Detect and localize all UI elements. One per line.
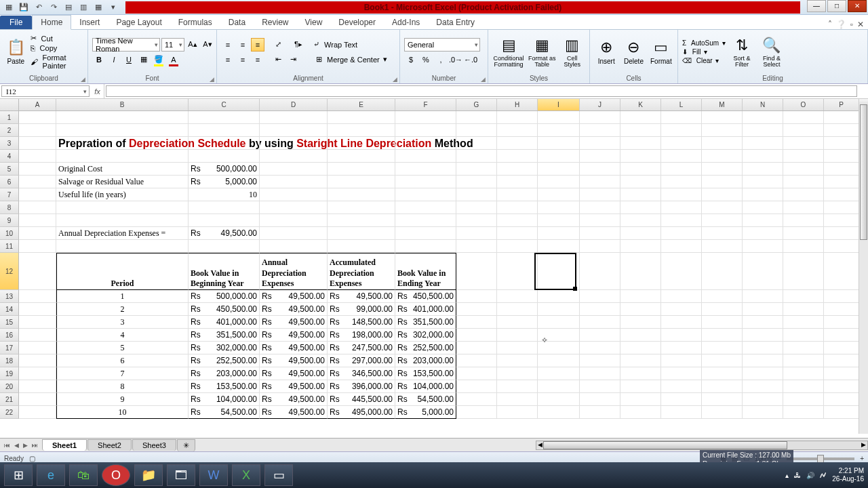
cell[interactable] — [661, 240, 702, 253]
cell[interactable]: Rs5,000.00 — [395, 406, 456, 419]
cell[interactable] — [497, 367, 538, 380]
cell[interactable] — [743, 137, 783, 150]
cell[interactable] — [620, 303, 661, 316]
accounting-format-icon[interactable]: $ — [404, 53, 418, 66]
col-header[interactable]: E — [328, 99, 395, 110]
cell[interactable] — [783, 137, 824, 150]
underline-button[interactable]: U — [122, 53, 136, 66]
cell[interactable] — [260, 227, 328, 240]
cell[interactable] — [620, 150, 661, 163]
cell[interactable]: Rs351,500.00 — [395, 316, 456, 329]
comma-format-icon[interactable]: , — [434, 53, 448, 66]
cell[interactable] — [661, 111, 702, 124]
tab-home[interactable]: Home — [32, 15, 71, 30]
cell[interactable]: Rs153,500.00 — [189, 380, 260, 393]
cell[interactable] — [743, 188, 783, 201]
cell[interactable] — [824, 163, 859, 176]
cell[interactable] — [620, 111, 661, 124]
cell[interactable]: Rs49,500.00 — [260, 290, 328, 303]
app-icon[interactable]: ▭ — [264, 464, 293, 486]
cell[interactable]: Rs297,000.00 — [328, 354, 395, 367]
italic-button[interactable]: I — [107, 53, 121, 66]
cell[interactable] — [824, 380, 859, 393]
cell[interactable] — [497, 201, 538, 214]
cell[interactable] — [580, 201, 620, 214]
cell[interactable] — [497, 188, 538, 201]
cell[interactable]: Rs302,000.00 — [395, 329, 456, 342]
cell[interactable]: Accumulated Depreciation Expenses — [328, 253, 395, 290]
decrease-decimal-icon[interactable]: ←.0 — [464, 53, 477, 66]
text-direction-icon[interactable]: ¶▸ — [292, 38, 305, 52]
cell[interactable] — [456, 393, 497, 406]
cell[interactable] — [661, 406, 702, 419]
row-header[interactable]: 4 — [0, 150, 19, 163]
cell[interactable]: Rs252,500.00 — [189, 354, 260, 367]
row-header[interactable]: 3 — [0, 137, 19, 150]
cell[interactable] — [580, 354, 620, 367]
cell[interactable] — [56, 214, 189, 227]
cell[interactable] — [456, 316, 497, 329]
cell[interactable] — [189, 111, 260, 124]
align-middle-icon[interactable]: ≡ — [236, 38, 250, 52]
paste-button[interactable]: 📋Paste — [4, 32, 28, 73]
cell[interactable] — [580, 111, 620, 124]
horizontal-scrollbar[interactable]: ◀▶ — [536, 441, 868, 450]
cell[interactable] — [620, 124, 661, 137]
sheet-nav-last-icon[interactable]: ⏭ — [31, 442, 39, 449]
cell[interactable] — [19, 240, 56, 253]
cell[interactable]: Rs49,500.00 — [260, 380, 328, 393]
cell[interactable] — [580, 163, 620, 176]
cell[interactable] — [56, 240, 189, 253]
battery-icon[interactable]: 🗲 — [820, 472, 827, 479]
cell[interactable] — [456, 329, 497, 342]
new-sheet-button[interactable]: ✳ — [177, 439, 195, 451]
cell[interactable] — [497, 303, 538, 316]
col-header[interactable]: B — [56, 99, 189, 110]
col-header[interactable]: G — [456, 99, 497, 110]
row-header[interactable]: 22 — [0, 406, 19, 419]
cell[interactable] — [580, 367, 620, 380]
cell[interactable] — [620, 201, 661, 214]
minimize-button[interactable]: — — [807, 0, 826, 12]
cell[interactable] — [743, 176, 783, 188]
cell[interactable] — [702, 342, 743, 354]
cell[interactable] — [702, 176, 743, 188]
cell[interactable]: Rs203,000.00 — [395, 354, 456, 367]
cell[interactable] — [824, 303, 859, 316]
sort-filter-button[interactable]: ⇅Sort & Filter — [728, 32, 755, 73]
cell[interactable] — [19, 214, 56, 227]
cell[interactable] — [620, 240, 661, 253]
cell[interactable]: Rs500,000.00 — [189, 290, 260, 303]
cell[interactable]: 4 — [56, 329, 189, 342]
orientation-icon[interactable]: ⤢ — [271, 38, 285, 52]
fx-icon[interactable]: fx — [91, 84, 104, 98]
spreadsheet-grid[interactable]: A B C D E F G H I J K L M N O P 123Prepr… — [0, 99, 868, 438]
cell[interactable] — [189, 201, 260, 214]
col-header[interactable]: J — [580, 99, 620, 110]
bold-button[interactable]: B — [92, 53, 106, 66]
redo-icon[interactable]: ↷ — [47, 1, 60, 14]
cell[interactable]: 8 — [56, 380, 189, 393]
cell[interactable] — [328, 150, 395, 163]
cell[interactable] — [580, 227, 620, 240]
autosum-button[interactable]: Σ AutoSum ▾ — [682, 39, 726, 47]
word-icon[interactable]: W — [199, 464, 228, 486]
font-size-combo[interactable]: 11 — [161, 38, 184, 52]
fill-color-button[interactable]: 🪣 — [152, 53, 165, 66]
cell[interactable]: Rs104,000.00 — [395, 380, 456, 393]
cell[interactable] — [538, 188, 580, 201]
cell[interactable]: Rs54,500.00 — [189, 406, 260, 419]
cell[interactable] — [538, 316, 580, 329]
cell[interactable] — [824, 342, 859, 354]
store-icon[interactable]: 🛍 — [69, 464, 98, 486]
cell[interactable] — [702, 163, 743, 176]
cell[interactable] — [497, 393, 538, 406]
cell[interactable]: Book Value in Ending Year — [395, 253, 456, 290]
row-header[interactable]: 5 — [0, 163, 19, 176]
tab-data-entry[interactable]: Data Entry — [428, 16, 483, 29]
cell[interactable] — [661, 316, 702, 329]
cell[interactable] — [661, 201, 702, 214]
cell[interactable] — [580, 150, 620, 163]
cell[interactable] — [824, 137, 859, 150]
cell[interactable] — [538, 290, 580, 303]
